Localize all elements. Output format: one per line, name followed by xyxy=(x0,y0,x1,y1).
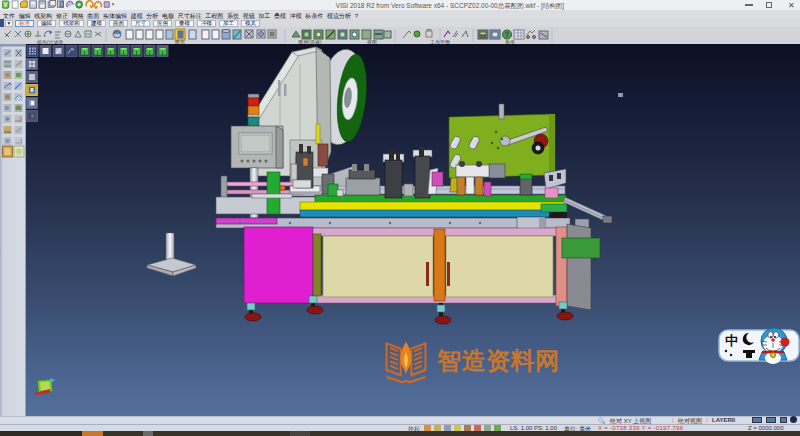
svg-text:?: ? xyxy=(505,31,509,38)
svg-text:▾: ▾ xyxy=(112,1,115,7)
svg-text:中: 中 xyxy=(725,333,738,348)
